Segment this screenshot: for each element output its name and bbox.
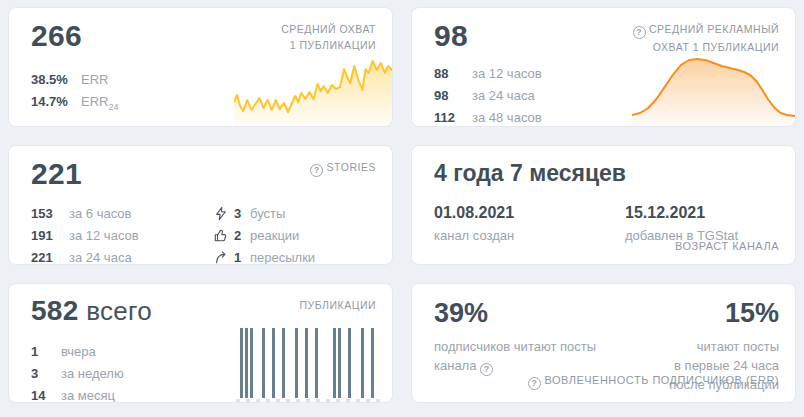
ad-reach-value: 98: [434, 19, 468, 53]
engagement-footer: ? ВОВЛЕЧЕННОСТЬ ПОДПИСЧИКОВ (ERR): [528, 374, 779, 390]
channel-added-date: 15.12.2021: [625, 204, 738, 222]
help-icon[interactable]: ?: [480, 363, 493, 376]
publications-title: ПУБЛИКАЦИИ: [299, 297, 376, 313]
stories-title: ? STORIES: [310, 159, 376, 177]
stat-row: 14 за месяц: [31, 388, 124, 403]
channel-created-date: 01.08.2021: [434, 204, 514, 222]
stat-row: 1 вчера: [31, 344, 124, 359]
stat-row: 14.7% ERR24: [31, 94, 118, 112]
ad-reach-stats-list: 88 за 12 часов 98 за 24 часа 112 за 48 ч…: [434, 66, 542, 125]
barcode-axis: [236, 399, 382, 402]
help-icon[interactable]: ?: [310, 164, 323, 177]
boost-icon: [214, 206, 228, 221]
stat-row: 98 за 24 часа: [434, 88, 542, 103]
average-reach-sparkline-chart: [234, 56, 392, 126]
stat-row: 112 за 48 часов: [434, 110, 542, 125]
stat-row: 191 за 12 часов: [31, 228, 139, 243]
channel-age-value: 4 года 7 месяцев: [434, 160, 626, 187]
err-stats-list: 38.5% ERR 14.7% ERR24: [31, 72, 118, 112]
card-publications: 582 всего ПУБЛИКАЦИИ 1 вчера 3 за неделю…: [8, 283, 393, 403]
forward-icon: [214, 250, 228, 265]
card-stories: 221 ? STORIES 153 за 6 часов 191 за 12 ч…: [8, 145, 393, 265]
publications-total: 582 всего: [31, 295, 152, 327]
publications-stats-list: 1 вчера 3 за неделю 14 за месяц: [31, 344, 124, 403]
stats-dashboard: 266 СРЕДНИЙ ОХВАТ 1 ПУБЛИКАЦИИ 38.5% ERR…: [0, 0, 804, 417]
thumbs-up-icon: [214, 228, 228, 243]
publications-barcode-chart: [240, 328, 380, 402]
stat-row: 88 за 12 часов: [434, 66, 542, 81]
stat-row: 3 за неделю: [31, 366, 124, 381]
err-left-value: 39%: [434, 298, 596, 329]
card-channel-age: 4 года 7 месяцев 01.08.2021 канал создан…: [411, 145, 796, 265]
stat-row: 38.5% ERR: [31, 72, 118, 87]
channel-age-footer: ВОЗРАСТ КАНАЛА: [675, 240, 779, 252]
stories-actions-list: 3 бусты 2 реакции 1 пересылки: [214, 206, 315, 265]
channel-added-block: 15.12.2021 добавлен в TGStat: [625, 204, 738, 243]
channel-created-label: канал создан: [434, 228, 514, 243]
err-right-value: 15%: [669, 298, 779, 329]
ad-reach-sparkline-chart: [632, 51, 795, 126]
help-icon[interactable]: ?: [528, 377, 541, 390]
stat-row-reactions: 2 реакции: [214, 228, 315, 243]
stories-stats-list: 153 за 6 часов 191 за 12 часов 221 за 24…: [31, 206, 139, 265]
channel-created-block: 01.08.2021 канал создан: [434, 204, 514, 243]
card-average-reach: 266 СРЕДНИЙ ОХВАТ 1 ПУБЛИКАЦИИ 38.5% ERR…: [8, 7, 393, 127]
stat-row: 153 за 6 часов: [31, 206, 139, 221]
average-reach-value: 266: [31, 19, 82, 53]
card-engagement-err: 39% подписчиков читают посты канала ? 15…: [411, 283, 796, 403]
card-average-ad-reach: 98 ? СРЕДНИЙ РЕКЛАМНЫЙ ОХВАТ 1 ПУБЛИКАЦИ…: [411, 7, 796, 127]
publications-total-suffix: всего: [79, 296, 152, 326]
stories-value: 221: [31, 157, 82, 191]
err-left-block: 39% подписчиков читают посты канала ?: [434, 298, 596, 376]
stat-row-boosts: 3 бусты: [214, 206, 315, 221]
forward-row: 1 пересылки: [214, 250, 315, 265]
help-icon[interactable]: ?: [633, 26, 646, 39]
average-reach-title: СРЕДНИЙ ОХВАТ 1 ПУБЛИКАЦИИ: [281, 21, 376, 54]
stat-row: 221 за 24 часа: [31, 250, 139, 265]
